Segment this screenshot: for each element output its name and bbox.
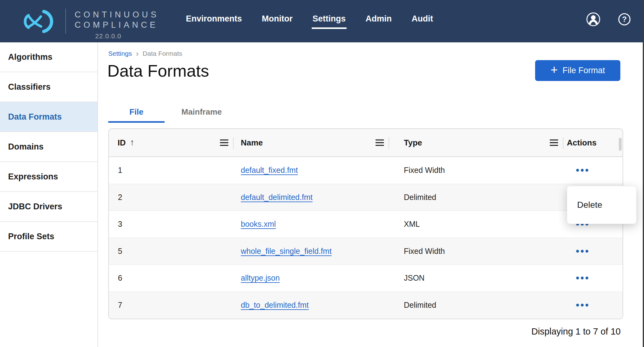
column-header-type[interactable]: Type	[389, 129, 563, 156]
sidebar-item-jdbc-drivers[interactable]: JDBC Drivers	[0, 192, 97, 222]
breadcrumb: Settings › Data Formats	[108, 50, 182, 57]
row-name-link[interactable]: alltype.json	[241, 273, 280, 283]
page-title: Data Formats	[107, 61, 209, 80]
row-name-link[interactable]: whole_file_single_field.fmt	[241, 247, 332, 256]
brand-line-1: CONTINUOUS	[75, 10, 159, 20]
tab-mainframe[interactable]: Mainframe	[165, 101, 239, 123]
row-id: 1	[109, 157, 233, 184]
row-id: 5	[109, 238, 233, 265]
row-name-link[interactable]: default_delimited.fmt	[241, 193, 313, 202]
breadcrumb-chevron-icon: ›	[136, 50, 139, 57]
format-tabs: File Mainframe	[108, 101, 239, 123]
row-type: XML	[389, 211, 563, 238]
brand-line-2: COMPLIANCE	[75, 20, 159, 30]
nav-item-audit[interactable]: Audit	[412, 14, 433, 24]
navbar-right: ?	[586, 12, 631, 26]
table-row: 5 whole_file_single_field.fmt Fixed Widt…	[109, 238, 623, 265]
row-id: 2	[109, 184, 233, 211]
brand-infinity-x-icon	[16, 9, 57, 33]
sidebar-item-classifiers[interactable]: Classifiers	[0, 72, 97, 102]
nav-item-environments[interactable]: Environments	[186, 14, 242, 24]
main-content: Settings › Data Formats Data Formats + F…	[98, 42, 644, 347]
row-type: Delimited	[389, 184, 563, 211]
primary-nav: Environments Monitor Settings Admin Audi…	[186, 14, 433, 24]
brand-text: CONTINUOUS COMPLIANCE 22.0.0.0	[75, 10, 159, 40]
svg-text:?: ?	[622, 15, 627, 23]
breadcrumb-current: Data Formats	[143, 50, 182, 57]
sidebar-item-expressions[interactable]: Expressions	[0, 162, 97, 192]
row-actions-menu-button[interactable]	[576, 167, 589, 174]
row-actions-context-menu: Delete	[567, 186, 637, 224]
tab-file[interactable]: File	[108, 101, 165, 123]
row-type: Delimited	[389, 292, 563, 319]
add-file-format-button[interactable]: + File Format	[535, 60, 620, 81]
column-label-name: Name	[241, 138, 263, 148]
table-scrollbar-thumb[interactable]	[619, 138, 622, 151]
row-id: 3	[109, 211, 233, 238]
table-header: ID ↑ Name Type	[109, 129, 623, 157]
sidebar-item-data-formats[interactable]: Data Formats	[0, 102, 97, 132]
column-label-id: ID	[118, 138, 126, 148]
row-name-link[interactable]: books.xml	[241, 220, 276, 229]
sidebar-item-profile-sets[interactable]: Profile Sets	[0, 222, 97, 252]
column-header-id[interactable]: ID ↑	[109, 129, 233, 156]
add-file-format-label: File Format	[562, 66, 605, 75]
filter-menu-icon[interactable]	[220, 140, 228, 146]
nav-item-monitor[interactable]: Monitor	[262, 14, 293, 24]
brand-divider	[65, 9, 66, 34]
context-menu-delete[interactable]: Delete	[567, 196, 636, 214]
column-header-name[interactable]: Name	[233, 129, 389, 156]
sort-asc-icon: ↑	[130, 137, 134, 147]
table-row: 2 default_delimited.fmt Delimited	[109, 184, 623, 211]
row-type: JSON	[389, 265, 563, 292]
row-actions-menu-button[interactable]	[576, 302, 589, 308]
row-actions-menu-button[interactable]	[576, 248, 589, 254]
table-row: 1 default_fixed.fmt Fixed Width	[109, 157, 623, 184]
sidebar-item-algorithms[interactable]: Algorithms	[0, 42, 97, 72]
brand-version: 22.0.0.0	[95, 32, 159, 40]
top-navbar: CONTINUOUS COMPLIANCE 22.0.0.0 Environme…	[0, 0, 644, 42]
window-edge	[643, 0, 644, 347]
table-row: 3 books.xml XML	[109, 211, 623, 238]
nav-item-settings[interactable]: Settings	[313, 14, 346, 24]
row-name-link[interactable]: default_fixed.fmt	[241, 166, 298, 175]
column-label-type: Type	[404, 138, 422, 148]
table-row: 6 alltype.json JSON	[109, 265, 623, 292]
pagination-summary: Displaying 1 to 7 of 10	[108, 326, 623, 337]
app-window: CONTINUOUS COMPLIANCE 22.0.0.0 Environme…	[0, 0, 644, 347]
row-id: 6	[109, 265, 233, 292]
row-name-link[interactable]: db_to_delimited.fmt	[241, 301, 309, 310]
settings-sidebar: Algorithms Classifiers Data Formats Doma…	[0, 42, 98, 347]
column-label-actions: Actions	[567, 138, 596, 148]
plus-icon: +	[551, 64, 558, 76]
user-avatar-icon[interactable]	[586, 12, 600, 26]
row-type: Fixed Width	[389, 157, 563, 184]
filter-menu-icon[interactable]	[550, 140, 558, 146]
row-type: Fixed Width	[389, 238, 563, 265]
data-formats-table: ID ↑ Name Type	[108, 128, 623, 319]
column-header-actions: Actions	[563, 129, 623, 156]
row-id: 7	[109, 292, 233, 319]
table-body: 1 default_fixed.fmt Fixed Width 2 defaul…	[109, 157, 623, 319]
row-actions-menu-button[interactable]	[576, 275, 589, 281]
help-icon[interactable]: ?	[618, 13, 631, 26]
breadcrumb-settings-link[interactable]: Settings	[108, 50, 132, 57]
sidebar-item-domains[interactable]: Domains	[0, 132, 97, 162]
nav-item-admin[interactable]: Admin	[366, 14, 392, 24]
table-row: 7 db_to_delimited.fmt Delimited	[109, 292, 623, 319]
filter-menu-icon[interactable]	[376, 140, 384, 146]
